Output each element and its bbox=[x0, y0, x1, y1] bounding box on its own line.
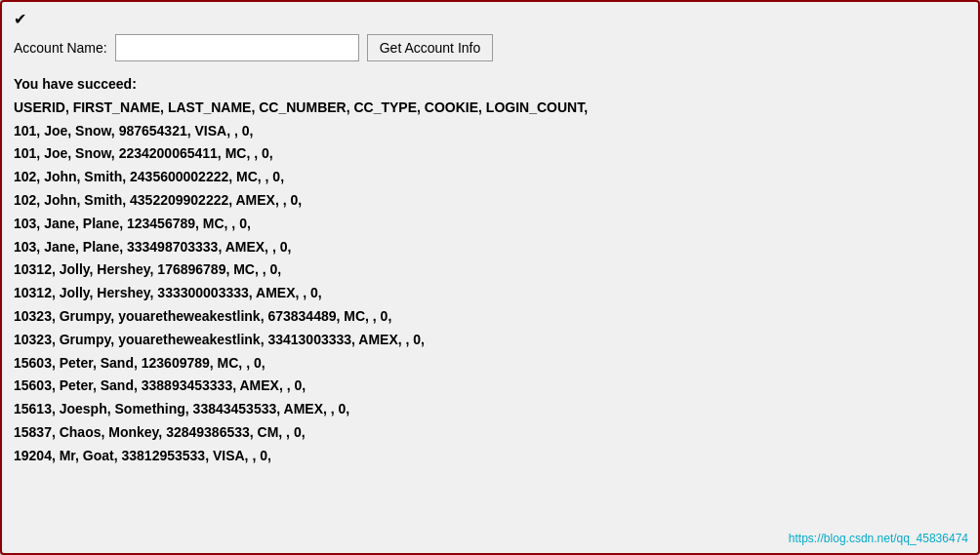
success-message: You have succeed: bbox=[14, 73, 966, 97]
table-row: 10312, Jolly, Hershey, 176896789, MC, , … bbox=[14, 258, 966, 282]
results-area: You have succeed: USERID, FIRST_NAME, LA… bbox=[14, 73, 966, 468]
table-row: 15613, Joesph, Something, 33843453533, A… bbox=[14, 398, 966, 421]
table-row: 15837, Chaos, Monkey, 32849386533, CM, ,… bbox=[14, 421, 966, 445]
table-row: 15603, Peter, Sand, 338893453333, AMEX, … bbox=[14, 375, 966, 398]
account-name-input[interactable] bbox=[115, 34, 359, 61]
table-row: 10323, Grumpy, youaretheweakestlink, 334… bbox=[14, 329, 966, 352]
account-name-label: Account Name: bbox=[14, 40, 107, 56]
table-row: 101, Joe, Snow, 2234200065411, MC, , 0, bbox=[14, 142, 966, 166]
checkmark-icon: ✔ bbox=[14, 10, 966, 28]
get-account-info-button[interactable]: Get Account Info bbox=[367, 34, 494, 61]
input-row: Account Name: Get Account Info bbox=[14, 34, 966, 61]
table-row: 10312, Jolly, Hershey, 333300003333, AME… bbox=[14, 282, 966, 305]
watermark: https://blog.csdn.net/qq_45836474 bbox=[789, 532, 968, 545]
table-row: 15603, Peter, Sand, 123609789, MC, , 0, bbox=[14, 352, 966, 376]
table-row: 102, John, Smith, 2435600002222, MC, , 0… bbox=[14, 166, 966, 189]
table-row: 103, Jane, Plane, 123456789, MC, , 0, bbox=[14, 213, 966, 236]
table-row: 102, John, Smith, 4352209902222, AMEX, ,… bbox=[14, 189, 966, 213]
table-row: 10323, Grumpy, youaretheweakestlink, 673… bbox=[14, 305, 966, 329]
table-row: 103, Jane, Plane, 333498703333, AMEX, , … bbox=[14, 236, 966, 259]
results-header: USERID, FIRST_NAME, LAST_NAME, CC_NUMBER… bbox=[14, 97, 966, 120]
table-row: 101, Joe, Snow, 987654321, VISA, , 0, bbox=[14, 120, 966, 143]
table-row: 19204, Mr, Goat, 33812953533, VISA, , 0, bbox=[14, 445, 966, 468]
main-window: ✔ Account Name: Get Account Info You hav… bbox=[0, 0, 980, 555]
